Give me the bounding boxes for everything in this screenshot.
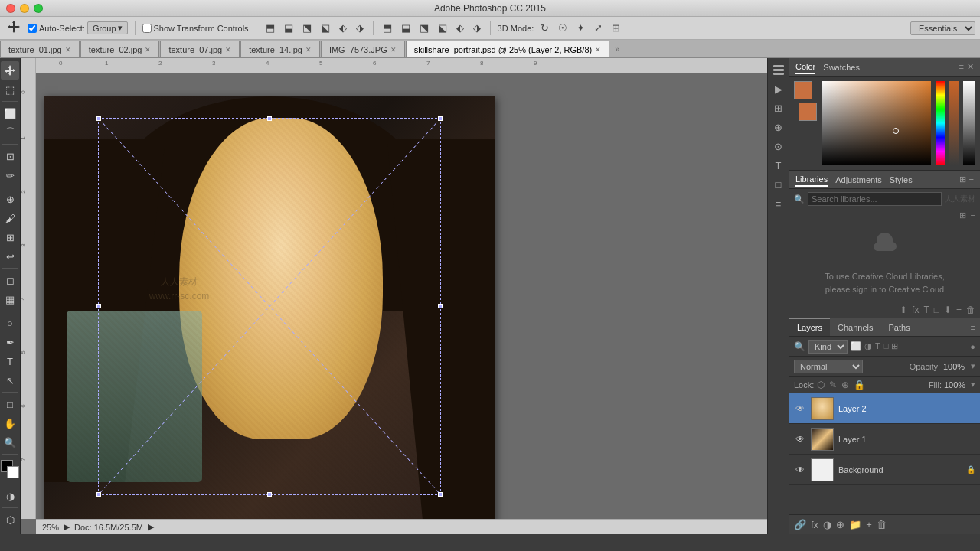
lock-paint-btn[interactable]: ✎: [829, 380, 837, 390]
libs-delete-btn[interactable]: 🗑: [966, 305, 975, 315]
tab-channels[interactable]: Channels: [830, 318, 880, 336]
tool-lasso[interactable]: ⌒: [1, 123, 19, 142]
layer-visibility-layer1[interactable]: 👁: [794, 433, 806, 445]
tab-color[interactable]: Color: [795, 60, 815, 74]
tool-crop[interactable]: ⊡: [1, 147, 19, 165]
color-boxes[interactable]: [1, 460, 19, 478]
tab-skillshare-portrait[interactable]: skillshare_portrait.psd @ 25% (Layer 2, …: [406, 41, 609, 57]
tab-swatches[interactable]: Swatches: [823, 61, 860, 73]
filter-shape-icon[interactable]: □: [884, 341, 889, 351]
layer-group-btn[interactable]: 📁: [849, 519, 861, 530]
layer-link-btn[interactable]: 🔗: [794, 519, 806, 530]
tool-quick-mask[interactable]: ◑: [1, 487, 19, 505]
panel-btn-adjust[interactable]: ⊕: [770, 119, 787, 135]
filter-type-icon[interactable]: T: [875, 341, 880, 351]
tool-eraser[interactable]: ◻: [1, 271, 19, 289]
tab-texture01[interactable]: texture_01.jpg ✕: [0, 41, 80, 57]
filter-kind-dropdown[interactable]: Kind: [808, 340, 848, 354]
layer-adjustment-btn[interactable]: ⊕: [836, 519, 844, 530]
color-panel-collapse[interactable]: ✕: [967, 62, 974, 72]
blend-mode-dropdown[interactable]: Normal: [794, 360, 863, 373]
tool-hand[interactable]: ✋: [1, 414, 19, 432]
libraries-panel-grid-view[interactable]: ⊞: [959, 174, 966, 184]
alpha-slider[interactable]: [949, 81, 959, 165]
filter-adjust-icon[interactable]: ◑: [864, 341, 872, 351]
tab-texture07[interactable]: texture_07.jpg ✕: [160, 41, 240, 57]
3d-roll-btn[interactable]: ☉: [556, 22, 570, 34]
tab-img7573[interactable]: IMG_7573.JPG ✕: [321, 41, 405, 57]
foreground-color-swatch[interactable]: [794, 81, 812, 99]
panel-btn-properties[interactable]: ≡: [770, 195, 787, 212]
tab-layers[interactable]: Layers: [789, 318, 830, 336]
brightness-slider[interactable]: [963, 81, 975, 165]
close-button[interactable]: [6, 4, 15, 13]
tool-zoom[interactable]: 🔍: [1, 433, 19, 452]
dist-hcenter-btn[interactable]: ⬖: [454, 22, 466, 34]
3d-drag-btn[interactable]: ✦: [574, 22, 587, 34]
align-bottom-btn[interactable]: ⬔: [300, 22, 314, 34]
layer-fx-btn[interactable]: fx: [811, 519, 818, 530]
background-color-swatch[interactable]: [799, 103, 817, 121]
maximize-button[interactable]: [34, 4, 43, 13]
group-dropdown[interactable]: Group ▾: [87, 21, 128, 34]
tabs-overflow-btn[interactable]: »: [610, 44, 624, 54]
tab-paths[interactable]: Paths: [881, 318, 918, 336]
panel-btn-shape[interactable]: □: [770, 176, 787, 193]
bg-color-swatch[interactable]: [7, 466, 19, 478]
panel-btn-grid[interactable]: ⊞: [770, 99, 787, 116]
libraries-search-input[interactable]: [808, 192, 942, 206]
tab-libraries[interactable]: Libraries: [795, 173, 828, 187]
lock-transparency-btn[interactable]: ⬡: [817, 380, 825, 390]
lock-all-btn[interactable]: 🔒: [854, 380, 865, 390]
align-hcenter-btn[interactable]: ⬖: [337, 22, 349, 34]
panel-btn-brush[interactable]: ⊙: [770, 138, 787, 155]
tab-close-texture07[interactable]: ✕: [225, 46, 231, 54]
libraries-sort-btn[interactable]: ⊞: [959, 210, 966, 220]
tool-pen[interactable]: ✒: [1, 333, 19, 351]
3d-rotate-btn[interactable]: ↻: [538, 22, 551, 34]
align-right-btn[interactable]: ⬗: [354, 22, 366, 34]
layer-new-btn[interactable]: +: [866, 519, 872, 530]
tool-marquee[interactable]: ⬜: [1, 104, 19, 122]
tool-brush[interactable]: 🖌: [1, 209, 19, 227]
libs-shape-btn[interactable]: □: [934, 305, 939, 315]
opacity-value[interactable]: 100%: [943, 362, 968, 371]
tab-styles[interactable]: Styles: [890, 174, 913, 186]
tool-artboard[interactable]: ⬚: [1, 80, 19, 99]
align-vcenter-btn[interactable]: ⬓: [282, 22, 296, 34]
dist-vcenter-btn[interactable]: ⬓: [399, 22, 413, 34]
show-transform-checkbox[interactable]: [142, 24, 152, 33]
tool-heal[interactable]: ⊕: [1, 190, 19, 208]
3d-slide-btn[interactable]: ⤢: [592, 22, 605, 34]
filter-toggle[interactable]: ●: [970, 342, 975, 351]
align-left-btn[interactable]: ⬕: [318, 22, 332, 34]
libraries-filter-btn[interactable]: ≡: [971, 210, 975, 220]
layer-item-layer2[interactable]: 👁 Layer 2: [789, 393, 980, 424]
filter-pixel-icon[interactable]: ⬜: [851, 341, 861, 351]
lock-position-btn[interactable]: ⊕: [841, 380, 849, 390]
tool-history-brush[interactable]: ↩: [1, 247, 19, 266]
libs-fx-btn[interactable]: fx: [912, 305, 919, 315]
essentials-dropdown[interactable]: Essentials: [910, 21, 975, 35]
panel-btn-1[interactable]: [770, 61, 787, 78]
tab-close-texture01[interactable]: ✕: [65, 46, 71, 54]
libs-upload-btn[interactable]: ⬆: [900, 305, 907, 315]
3d-scale-btn[interactable]: ⊞: [609, 22, 622, 34]
layer-delete-btn[interactable]: 🗑: [877, 519, 887, 530]
tab-close-portrait[interactable]: ✕: [595, 46, 601, 54]
libs-add-btn[interactable]: +: [956, 305, 962, 315]
tool-type[interactable]: T: [1, 352, 19, 370]
minimize-button[interactable]: [20, 4, 29, 13]
tool-screen-mode[interactable]: ⬡: [1, 510, 19, 529]
auto-select-checkbox[interactable]: [28, 24, 37, 33]
dist-right-btn[interactable]: ⬗: [471, 22, 483, 34]
color-spectrum[interactable]: [822, 81, 931, 165]
layer-item-layer1[interactable]: 👁 Layer 1: [789, 424, 980, 455]
layer-item-background[interactable]: 👁 Background 🔒: [789, 455, 980, 485]
tab-texture02[interactable]: texture_02.jpg ✕: [80, 41, 160, 57]
tab-close-texture02[interactable]: ✕: [145, 46, 151, 54]
color-panel-menu[interactable]: ≡: [959, 62, 964, 72]
tool-eyedropper[interactable]: ✏: [1, 166, 19, 184]
tool-move[interactable]: [1, 61, 19, 80]
fill-value[interactable]: 100%: [944, 380, 969, 390]
